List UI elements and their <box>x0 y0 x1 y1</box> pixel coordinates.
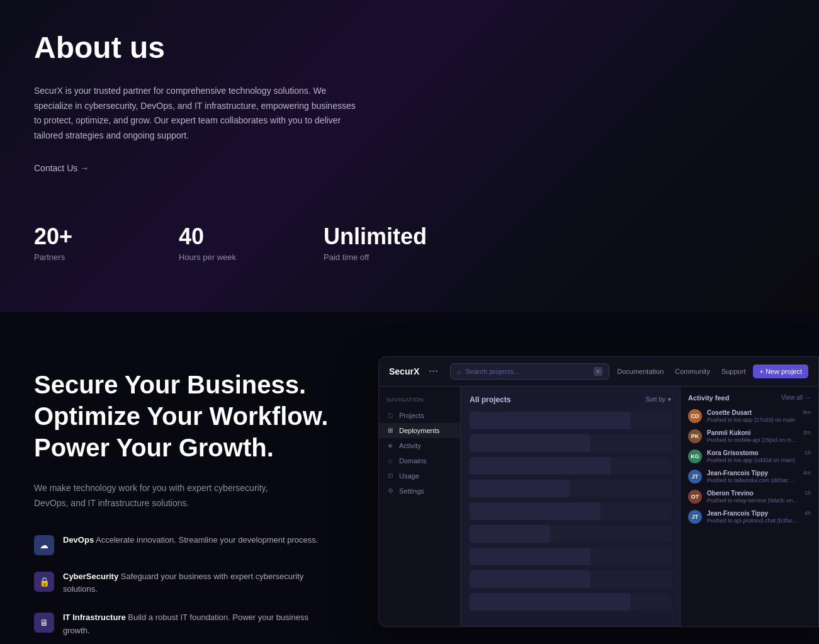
mock-ui-panel: SecurX ⌕ Search projects... ✕ Documentat… <box>378 356 819 627</box>
sidebar-item-usage[interactable]: ⊡ Usage <box>379 468 460 483</box>
activity-user-name: Kora Grisostomo <box>707 449 799 456</box>
mock-nav-documentation[interactable]: Documentation <box>617 368 664 375</box>
avatar: OT <box>688 490 702 504</box>
mock-dot-3 <box>436 370 438 372</box>
mock-main-content: All projects Sort by ▾ <box>461 387 680 626</box>
activity-time: 1h <box>805 490 811 496</box>
mock-new-project-button[interactable]: + New project <box>753 364 808 378</box>
feature-list: ☁ DevOps Accelerate innovation. Streamli… <box>34 534 336 638</box>
mock-project-row <box>470 457 671 475</box>
stat-item: Unlimited Paid time off <box>324 223 468 262</box>
activity-time: 8m <box>803 409 811 415</box>
it-infrastructure-icon: 🖥 <box>34 613 54 633</box>
activity-content: Jean-Francois Tippy Pushed to api.protoc… <box>707 510 799 524</box>
activity-time: 4h <box>805 510 811 516</box>
stat-item: 40 Hours per week <box>179 223 324 262</box>
sidebar-deployments-icon: ⊞ <box>387 427 394 434</box>
activity-user-name: Jean-Francois Tippy <box>707 510 799 517</box>
activity-time: 3m <box>803 429 811 436</box>
avatar: PK <box>688 429 702 443</box>
sidebar-domains-icon: ◇ <box>387 457 394 465</box>
mock-project-row <box>470 502 671 520</box>
sidebar-item-domains[interactable]: ◇ Domains <box>379 453 460 468</box>
mock-dot-1 <box>429 370 431 372</box>
platform-title: Secure Your Business. Optimize Your Work… <box>34 369 336 463</box>
mock-dot-2 <box>432 370 434 372</box>
activity-item: JT Jean-Francois Tippy Pushed to tailwin… <box>688 470 811 483</box>
sidebar-usage-label: Usage <box>399 472 419 480</box>
sidebar-usage-icon: ⊡ <box>387 472 394 480</box>
mock-menu-dots <box>429 370 438 372</box>
mock-search-clear-button[interactable]: ✕ <box>594 367 602 376</box>
devops-icon: ☁ <box>34 535 54 555</box>
mock-body: Navigation ◻ Projects ⊞ Deployments ◈ Ac… <box>379 387 818 626</box>
mock-activity-header: Activity feed View all → <box>688 394 811 402</box>
sidebar-activity-icon: ◈ <box>387 442 394 449</box>
stat-item: 20+ Partners <box>34 223 179 262</box>
avatar: JT <box>688 510 702 524</box>
mock-view-all-link[interactable]: View all → <box>781 394 811 401</box>
mock-nav-support[interactable]: Support <box>721 368 746 375</box>
activity-user-name: Cosette Dusart <box>707 409 798 416</box>
mock-sidebar: Navigation ◻ Projects ⊞ Deployments ◈ Ac… <box>379 387 461 626</box>
mock-activity-title: Activity feed <box>688 394 729 402</box>
sidebar-settings-label: Settings <box>399 487 424 495</box>
activity-detail: Pushed to los-app (27c63) on main <box>707 417 798 423</box>
mock-project-row <box>470 480 671 497</box>
activity-content: Panmii Kukoni Pushed to mobile-api (29js… <box>707 429 798 443</box>
activity-item: JT Jean-Francois Tippy Pushed to api.pro… <box>688 510 811 524</box>
activity-item: KG Kora Grisostomo Pushed to los-app (cd… <box>688 449 811 463</box>
platform-description: We make technology work for you with exp… <box>34 481 273 511</box>
mock-topbar: SecurX ⌕ Search projects... ✕ Documentat… <box>379 357 818 387</box>
sidebar-activity-label: Activity <box>399 442 421 449</box>
feature-text-it-infrastructure: IT Infrastructure Build a robust IT foun… <box>63 611 336 638</box>
mock-search-bar[interactable]: ⌕ Search projects... ✕ <box>450 363 609 380</box>
activity-item: PK Panmii Kukoni Pushed to mobile-api (2… <box>688 429 811 443</box>
mock-sidebar-section-label: Navigation <box>379 397 460 408</box>
feature-item-it-infrastructure: 🖥 IT Infrastructure Build a robust IT fo… <box>34 611 336 638</box>
sidebar-item-activity[interactable]: ◈ Activity <box>379 438 460 453</box>
mock-sort-button[interactable]: Sort by ▾ <box>645 396 671 403</box>
sidebar-domains-label: Domains <box>399 457 426 465</box>
stat-value: Unlimited <box>324 223 443 250</box>
mock-logo-text: SecurX <box>389 366 419 376</box>
activity-detail: Pushed to api.protocol.chat (b3fac on ma… <box>707 517 799 524</box>
mock-project-row <box>470 412 671 429</box>
feature-text-cybersecurity: CyberSecurity Safeguard your business wi… <box>63 570 336 597</box>
avatar: KG <box>688 449 702 463</box>
platform-left: Secure Your Business. Optimize Your Work… <box>34 363 336 638</box>
contact-link[interactable]: Contact Us → <box>34 163 89 173</box>
activity-user-name: Jean-Francois Tippy <box>707 470 798 477</box>
activity-content: Oberon Trevino Pushed to relay-service (… <box>707 490 799 504</box>
activity-time: 4m <box>803 470 811 476</box>
activity-content: Cosette Dusart Pushed to los-app (27c63)… <box>707 409 798 423</box>
about-section: About us SecurX is your trusted partner … <box>0 0 819 312</box>
search-icon: ⌕ <box>457 368 461 375</box>
activity-item: CD Cosette Dusart Pushed to los-app (27c… <box>688 409 811 423</box>
sidebar-item-projects[interactable]: ◻ Projects <box>379 408 460 423</box>
mock-project-row <box>470 525 671 543</box>
avatar: CD <box>688 409 702 423</box>
mock-all-projects-label: All projects <box>470 395 511 404</box>
sidebar-projects-label: Projects <box>399 412 424 419</box>
platform-right: SecurX ⌕ Search projects... ✕ Documentat… <box>336 356 819 627</box>
mock-project-row <box>470 593 671 611</box>
stat-label: Partners <box>34 252 154 262</box>
sidebar-settings-icon: ⚙ <box>387 487 394 495</box>
sidebar-item-deployments[interactable]: ⊞ Deployments <box>379 423 460 438</box>
mock-sort-label: Sort by <box>645 396 665 403</box>
about-title: About us <box>34 31 785 65</box>
activity-time: 1h <box>805 449 811 456</box>
about-description: SecurX is your trusted partner for compr… <box>34 84 361 144</box>
feature-text-devops: DevOps Accelerate innovation. Streamline… <box>63 534 318 547</box>
mock-activity-feed: Activity feed View all → CD Cosette Dusa… <box>680 387 818 626</box>
feature-item-devops: ☁ DevOps Accelerate innovation. Streamli… <box>34 534 336 555</box>
activity-item: OT Oberon Trevino Pushed to relay-servic… <box>688 490 811 504</box>
activity-user-name: Panmii Kukoni <box>707 429 798 436</box>
sidebar-item-settings[interactable]: ⚙ Settings <box>379 483 460 499</box>
avatar: JT <box>688 470 702 483</box>
chevron-down-icon: ▾ <box>668 396 671 403</box>
stat-value: 20+ <box>34 223 154 250</box>
mock-nav-community[interactable]: Community <box>675 368 710 375</box>
activity-detail: Pushed to tailwindui.com (dd3ac on main) <box>707 477 798 483</box>
